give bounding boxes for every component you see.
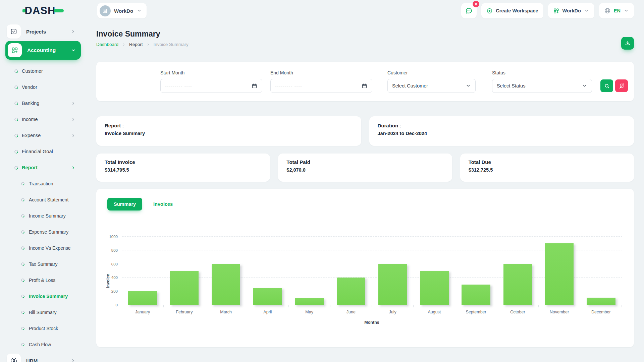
sidebar-item-label: HRM: [26, 358, 38, 362]
sidebar-item-label: Account Statement: [29, 197, 68, 202]
sidebar-item-hrm[interactable]: HRM: [5, 353, 81, 362]
workspace-switcher[interactable]: WorkDo: [97, 3, 147, 18]
messages-button[interactable]: 0: [461, 3, 477, 18]
invoice-bar-chart: Invoice 02004006008001000 JanuaryFebruar…: [122, 237, 622, 325]
sidebar-item-cash-flow[interactable]: Cash Flow: [5, 337, 81, 353]
bar-november[interactable]: [539, 237, 580, 305]
chevron-down-icon: [624, 8, 629, 13]
plus-circle-icon: [486, 8, 493, 14]
sidebar-item-label: Product Stock: [29, 326, 58, 331]
sidebar-item-income-summary[interactable]: Income Summary: [5, 208, 81, 224]
dash-logo[interactable]: DASH: [22, 5, 64, 17]
create-workspace-button[interactable]: Create Workspace: [481, 3, 543, 18]
x-axis-label: November: [539, 310, 580, 314]
bar-rect: [503, 264, 532, 305]
messages-badge: 0: [473, 1, 479, 7]
sidebar-item-income[interactable]: Income: [5, 111, 81, 127]
person-icon: [7, 354, 21, 362]
status-select[interactable]: Select Status: [492, 79, 592, 93]
bullet-icon: [20, 342, 25, 347]
sidebar-item-banking[interactable]: Banking: [5, 95, 81, 111]
company-menu[interactable]: WorkDo: [548, 3, 594, 18]
reset-filter-button[interactable]: [615, 79, 628, 92]
breadcrumb-current: Invoice Summary: [154, 42, 189, 47]
workspace-avatar: [100, 5, 111, 16]
x-axis-ticks: [122, 305, 622, 307]
stat-label: Total Due: [469, 159, 626, 165]
bar-october[interactable]: [497, 237, 538, 305]
bar-rect: [462, 285, 490, 305]
x-tick: [289, 305, 330, 307]
start-month-field: Start Month --------- ----: [160, 70, 262, 93]
bar-may[interactable]: [288, 237, 330, 305]
y-axis-tick: 600: [111, 262, 118, 266]
bar-rect: [337, 278, 366, 305]
calendar-icon: [251, 83, 258, 89]
calendar-icon: [361, 83, 368, 89]
apply-filter-button[interactable]: [600, 79, 613, 92]
sidebar-item-tax-summary[interactable]: Tax Summary: [5, 256, 81, 272]
sidebar-item-account-statement[interactable]: Account Statement: [5, 192, 81, 208]
chevron-right-icon: [70, 358, 76, 362]
breadcrumb-report[interactable]: Report: [129, 42, 143, 47]
bar-february[interactable]: [163, 237, 205, 305]
chevron-right-icon: [71, 117, 76, 122]
breadcrumb-dashboard[interactable]: Dashboard: [96, 42, 118, 47]
x-axis-label: June: [330, 310, 372, 314]
sidebar-item-product-stock[interactable]: Product Stock: [5, 320, 81, 337]
sidebar-item-expense-summary[interactable]: Expense Summary: [5, 224, 81, 240]
sidebar-item-bill-summary[interactable]: Bill Summary: [5, 304, 81, 320]
bar-july[interactable]: [372, 237, 414, 305]
total-invoice-card: Total Invoice $314,795.5: [96, 154, 270, 182]
sidebar-item-profit-loss[interactable]: Profit & Loss: [5, 272, 81, 288]
chevron-right-icon: [71, 133, 76, 138]
download-button[interactable]: [621, 37, 634, 50]
sidebar-item-accounting[interactable]: Accounting: [5, 41, 81, 60]
bar-april[interactable]: [247, 237, 288, 305]
bar-rect: [253, 288, 282, 305]
bar-september[interactable]: [455, 237, 497, 305]
sidebar-item-income-vs-expense[interactable]: Income Vs Expense: [5, 240, 81, 256]
bar-rect: [420, 271, 449, 305]
x-tick: [205, 305, 247, 307]
sidebar-item-label: Vendor: [22, 84, 37, 90]
language-label: EN: [614, 8, 621, 13]
breadcrumb: Dashboard Report Invoice Summary: [96, 42, 634, 47]
x-axis-label: September: [455, 310, 497, 314]
sidebar-item-label: Financial Goal: [22, 149, 53, 154]
sidebar-item-vendor[interactable]: Vendor: [5, 79, 81, 95]
start-month-label: Start Month: [160, 70, 262, 75]
sidebar-item-expense[interactable]: Expense: [5, 127, 81, 143]
start-month-placeholder: --------- ----: [165, 83, 192, 88]
x-tick: [164, 305, 205, 307]
report-label: Report :: [105, 123, 353, 128]
end-month-input[interactable]: --------- ----: [270, 79, 372, 93]
language-selector[interactable]: EN: [599, 3, 634, 18]
x-tick: [539, 305, 580, 307]
customer-select[interactable]: Select Customer: [387, 79, 476, 93]
bar-january[interactable]: [122, 237, 163, 305]
sidebar-item-report[interactable]: Report: [5, 160, 81, 176]
bar-august[interactable]: [414, 237, 455, 305]
x-tick: [372, 305, 414, 307]
sidebar-item-label: Income Summary: [29, 213, 66, 219]
bullet-icon: [20, 310, 25, 315]
bar-december[interactable]: [580, 237, 622, 305]
sidebar-item-invoice-summary[interactable]: Invoice Summary: [5, 288, 81, 304]
bar-march[interactable]: [205, 237, 247, 305]
sidebar-item-projects[interactable]: Projects: [5, 23, 81, 40]
end-month-label: End Month: [270, 70, 372, 75]
bullet-icon: [20, 278, 25, 283]
create-workspace-label: Create Workspace: [496, 8, 538, 13]
chart-tabs: Summary Invoices: [96, 189, 634, 219]
sidebar-item-transaction[interactable]: Transaction: [5, 176, 81, 192]
tab-invoices[interactable]: Invoices: [153, 201, 173, 207]
start-month-input[interactable]: --------- ----: [160, 79, 262, 93]
tab-summary[interactable]: Summary: [107, 198, 142, 210]
sidebar-item-customer[interactable]: Customer: [5, 63, 81, 79]
chevron-right-icon: [146, 43, 150, 47]
logo-area: DASH: [0, 5, 86, 17]
sidebar-item-financial-goal[interactable]: Financial Goal: [5, 143, 81, 160]
x-tick: [330, 305, 372, 307]
bar-june[interactable]: [330, 237, 372, 305]
